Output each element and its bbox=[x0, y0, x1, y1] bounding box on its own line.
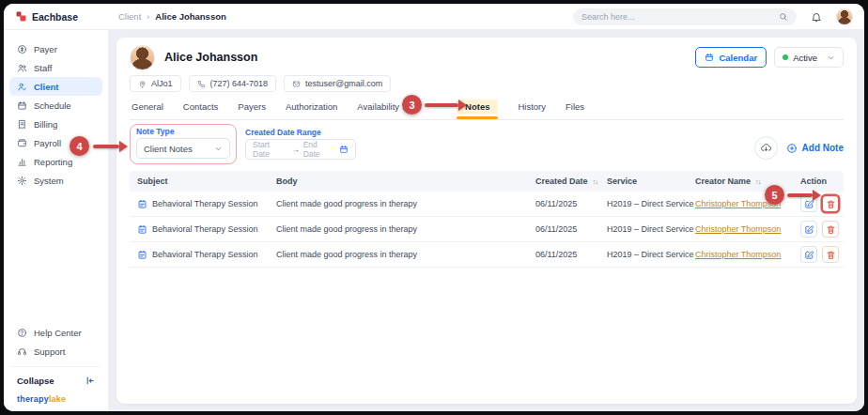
delete-note-button[interactable] bbox=[822, 195, 839, 212]
collapse-label: Collapse bbox=[17, 376, 54, 386]
notifications-button[interactable] bbox=[808, 8, 825, 25]
sidebar-item-payer[interactable]: Payer bbox=[9, 39, 102, 58]
plus-circle-icon bbox=[786, 143, 798, 154]
breadcrumb: Client › Alice Johansson bbox=[109, 11, 226, 22]
delete-note-button[interactable] bbox=[822, 221, 839, 238]
note-type-label: Note Type bbox=[136, 128, 230, 136]
calendar-button[interactable]: Calendar bbox=[695, 47, 767, 68]
edit-note-button[interactable] bbox=[800, 246, 817, 263]
date-range-label: Created Date Range bbox=[245, 129, 356, 137]
search-input[interactable] bbox=[581, 12, 773, 22]
sidebar-item-schedule[interactable]: Schedule bbox=[9, 96, 102, 115]
sidebar-item-reporting[interactable]: Reporting bbox=[9, 152, 102, 171]
edit-note-button[interactable] bbox=[800, 221, 817, 238]
gear-icon bbox=[17, 176, 27, 186]
payer-icon bbox=[17, 44, 27, 54]
chevron-down-icon bbox=[827, 54, 835, 62]
tab-contacts[interactable]: Contacts bbox=[183, 101, 219, 112]
billing-icon bbox=[17, 119, 27, 130]
sidebar-item-help-center[interactable]: Help Center bbox=[9, 323, 102, 342]
client-tabs: General Contacts Payers Authorization Av… bbox=[130, 100, 844, 120]
note-icon bbox=[137, 199, 147, 209]
tab-files[interactable]: Files bbox=[566, 101, 584, 112]
sidebar-item-label: Payer bbox=[34, 44, 57, 54]
help-icon bbox=[17, 328, 27, 338]
client-tags: AlJo1 (727) 644-7018 testuser@gmail.com bbox=[130, 75, 844, 92]
schedule-icon bbox=[17, 100, 27, 111]
reporting-icon bbox=[17, 157, 27, 167]
sidebar-divider bbox=[11, 366, 101, 367]
table-row: Behavioral Therapy Session Client made g… bbox=[130, 242, 844, 268]
active-status-dot bbox=[783, 54, 788, 60]
sidebar-item-label: Schedule bbox=[34, 100, 71, 111]
note-icon bbox=[137, 250, 147, 260]
start-date-placeholder: Start Date bbox=[253, 140, 287, 159]
creator-link[interactable]: Christopher Thompson bbox=[695, 250, 781, 259]
annotation-arrow-3 bbox=[425, 100, 467, 111]
body-cell: Client made good progress in therapy bbox=[269, 224, 528, 234]
collapse-sidebar-button[interactable]: Collapse bbox=[9, 373, 102, 389]
subject-cell: Behavioral Therapy Session bbox=[130, 224, 269, 235]
client-code-tag: AlJo1 bbox=[130, 75, 181, 92]
tab-history[interactable]: History bbox=[518, 101, 546, 112]
tab-general[interactable]: General bbox=[132, 101, 163, 112]
note-type-dropdown[interactable]: Client Notes bbox=[136, 138, 230, 159]
search-icon[interactable] bbox=[779, 12, 788, 22]
subject-cell: Behavioral Therapy Session bbox=[130, 199, 269, 209]
user-avatar[interactable] bbox=[836, 8, 853, 25]
sidebar-item-label: Billing bbox=[34, 119, 57, 130]
creator-cell: Christopher Thompson bbox=[688, 224, 793, 234]
note-icon bbox=[137, 224, 147, 235]
client-avatar bbox=[130, 45, 155, 70]
therapylake-logo: therapylake bbox=[9, 389, 102, 406]
table-header-row: Subject Body Created Date↑↓ Service Crea… bbox=[130, 171, 844, 192]
creator-cell: Christopher Thompson bbox=[688, 250, 793, 259]
app-logo[interactable]: Eachbase bbox=[4, 11, 109, 23]
sidebar-item-support[interactable]: Support bbox=[9, 342, 102, 361]
tab-availability[interactable]: Availability bbox=[357, 101, 399, 112]
status-dropdown[interactable]: Active bbox=[774, 47, 844, 68]
delete-note-button[interactable] bbox=[822, 246, 839, 263]
annotation-step-5-badge: 5 bbox=[765, 185, 784, 205]
tab-payers[interactable]: Payers bbox=[238, 101, 266, 112]
breadcrumb-section[interactable]: Client bbox=[118, 11, 141, 22]
sidebar-item-label: Support bbox=[34, 346, 65, 357]
column-header-created-date[interactable]: Created Date↑↓ bbox=[528, 177, 599, 186]
sidebar-item-label: Help Center bbox=[34, 328, 82, 338]
sort-icon[interactable]: ↑↓ bbox=[755, 177, 761, 186]
body-cell: Client made good progress in therapy bbox=[269, 199, 528, 208]
export-notes-button[interactable] bbox=[754, 136, 778, 160]
add-note-button[interactable]: Add Note bbox=[786, 143, 844, 154]
client-name: Alice Johansson bbox=[164, 51, 257, 64]
sidebar-item-client[interactable]: Client bbox=[9, 77, 102, 96]
table-row: Behavioral Therapy Session Client made g… bbox=[130, 192, 844, 217]
sidebar: Payer Staff Client Schedule Billing Payr… bbox=[4, 30, 109, 411]
staff-icon bbox=[17, 63, 27, 73]
calendar-icon bbox=[705, 53, 714, 62]
created-date-range-picker[interactable]: Start Date → End Date bbox=[245, 139, 356, 160]
edit-icon bbox=[804, 250, 814, 260]
sidebar-item-system[interactable]: System bbox=[9, 171, 102, 190]
annotation-step-4-badge: 4 bbox=[70, 136, 89, 156]
service-cell: H2019 – Direct Service bbox=[599, 224, 688, 234]
creator-link[interactable]: Christopher Thompson bbox=[695, 224, 781, 234]
table-row: Behavioral Therapy Session Client made g… bbox=[130, 217, 844, 242]
sidebar-item-staff[interactable]: Staff bbox=[9, 58, 102, 77]
trash-icon bbox=[826, 250, 836, 260]
logo-text: Eachbase bbox=[32, 11, 78, 23]
created-date-cell: 06/11/2025 bbox=[528, 250, 599, 259]
app-window: Eachbase Client › Alice Johansson Payer bbox=[4, 4, 864, 411]
client-icon bbox=[17, 82, 27, 92]
notes-table: Subject Body Created Date↑↓ Service Crea… bbox=[130, 171, 844, 268]
tab-authorization[interactable]: Authorization bbox=[286, 101, 337, 112]
sort-icon[interactable]: ↑↓ bbox=[593, 177, 598, 186]
collapse-icon bbox=[85, 376, 95, 386]
created-date-cell: 06/11/2025 bbox=[528, 199, 599, 208]
column-header-body: Body bbox=[269, 177, 528, 186]
annotation-step-3-badge: 3 bbox=[402, 95, 422, 115]
annotation-arrow-5 bbox=[787, 190, 821, 201]
sidebar-item-billing[interactable]: Billing bbox=[9, 115, 102, 133]
sidebar-item-label: Client bbox=[34, 82, 58, 92]
payroll-icon bbox=[17, 138, 27, 148]
body-cell: Client made good progress in therapy bbox=[269, 250, 528, 259]
